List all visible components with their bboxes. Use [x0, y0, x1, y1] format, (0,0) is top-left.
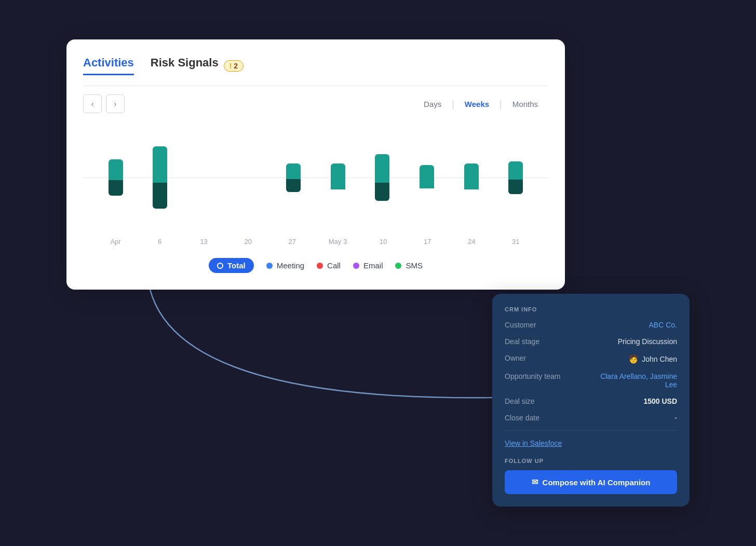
legend-email[interactable]: Email: [353, 261, 383, 270]
crm-value-closedate: -: [674, 414, 677, 422]
legend-total-label: Total: [227, 261, 246, 270]
chart-area: [83, 126, 548, 229]
crm-label-closedate: Close date: [505, 414, 567, 422]
crm-section-label: CRM INFO: [505, 306, 677, 312]
crm-card: CRM INFO Customer ABC Co. Deal stage Pri…: [492, 294, 690, 507]
crm-row-owner: Owner 🧑 John Chen: [505, 354, 677, 364]
owner-avatar: 🧑: [628, 354, 639, 364]
bar-apr: [109, 159, 123, 196]
crm-label-dealsize: Deal size: [505, 397, 567, 405]
period-months[interactable]: Months: [502, 97, 548, 112]
x-label-may3: May 3: [329, 238, 347, 245]
crm-label-dealstage: Deal stage: [505, 337, 567, 346]
legend-sms[interactable]: SMS: [395, 261, 423, 270]
owner-name: John Chen: [642, 355, 677, 363]
bar-24: [464, 163, 479, 192]
prev-button[interactable]: ‹: [83, 94, 102, 113]
crm-row-customer: Customer ABC Co.: [505, 321, 677, 329]
x-label-17: 17: [420, 238, 435, 245]
compose-icon: ✉: [532, 477, 538, 487]
bar-lower: [153, 183, 167, 209]
crm-value-dealsize: 1500 USD: [643, 397, 677, 405]
x-label-13: 13: [196, 238, 212, 245]
bar-lower: [109, 180, 123, 196]
x-label-27: 27: [285, 238, 300, 245]
legend-meeting-label: Meeting: [277, 261, 304, 270]
x-axis: Apr 6 13 20 27 May 3 10 17 24 31: [83, 238, 548, 245]
bar-lower: [508, 180, 523, 194]
legend-meeting[interactable]: Meeting: [266, 261, 304, 270]
view-in-salesforce-link[interactable]: View in Salesfoce: [505, 439, 677, 447]
tab-divider: [83, 86, 548, 86]
bar-6: [153, 146, 167, 209]
legend: Total Meeting Call Email SMS: [83, 258, 548, 273]
legend-call[interactable]: Call: [317, 261, 341, 270]
crm-value-dealstage: Pricing Discussion: [618, 337, 677, 346]
compose-button[interactable]: ✉ Compose with AI Companion: [505, 470, 677, 494]
tabs-container: Activities Risk Signals ! 2: [83, 56, 548, 75]
bar-may3: [331, 163, 345, 192]
nav-buttons: ‹ ›: [83, 94, 125, 113]
bar-lower: [286, 179, 301, 192]
crm-value-customer[interactable]: ABC Co.: [649, 321, 677, 329]
main-scene: Activities Risk Signals ! 2 ‹ › Days | W…: [66, 39, 690, 507]
activities-card: Activities Risk Signals ! 2 ‹ › Days | W…: [66, 39, 565, 290]
crm-row-team: Opportunity team Clara Arellano, Jasmine…: [505, 372, 677, 389]
x-label-apr: Apr: [108, 238, 124, 245]
bars-container: [83, 126, 548, 229]
bar-31: [508, 161, 523, 194]
bar-17: [420, 165, 434, 190]
bar-upper: [375, 154, 389, 183]
legend-email-label: Email: [363, 261, 383, 270]
bar-upper: [286, 163, 301, 179]
crm-label-owner: Owner: [505, 354, 567, 362]
crm-divider: [505, 430, 677, 431]
sms-dot: [395, 263, 401, 269]
x-label-20: 20: [240, 238, 256, 245]
email-dot: [353, 263, 359, 269]
crm-label-customer: Customer: [505, 321, 567, 329]
legend-sms-label: SMS: [406, 261, 423, 270]
period-buttons: Days | Weeks | Months: [413, 97, 548, 112]
x-label-6: 6: [152, 238, 168, 245]
bar-10: [375, 154, 389, 201]
warning-icon: !: [230, 62, 232, 70]
crm-row-closedate: Close date -: [505, 414, 677, 422]
bar-27: [286, 163, 301, 192]
bar-upper: [508, 161, 523, 180]
crm-row-dealsize: Deal size 1500 USD: [505, 397, 677, 405]
bar-lower: [375, 183, 389, 201]
tab-activities[interactable]: Activities: [83, 56, 134, 75]
next-button[interactable]: ›: [106, 94, 125, 113]
period-weeks[interactable]: Weeks: [454, 97, 500, 112]
crm-value-owner: 🧑 John Chen: [628, 354, 677, 364]
risk-signals-tab-group: Risk Signals ! 2: [151, 56, 244, 75]
tab-risk-signals[interactable]: Risk Signals: [151, 56, 219, 75]
bar-upper: [420, 165, 434, 188]
crm-row-dealstage: Deal stage Pricing Discussion: [505, 337, 677, 346]
view-controls: ‹ › Days | Weeks | Months: [83, 94, 548, 113]
bar-upper: [109, 159, 123, 180]
risk-signals-badge: ! 2: [224, 60, 244, 72]
badge-count: 2: [234, 62, 238, 70]
meeting-dot: [266, 263, 273, 269]
period-days[interactable]: Days: [413, 97, 452, 112]
x-label-24: 24: [464, 238, 479, 245]
legend-call-label: Call: [327, 261, 341, 270]
follow-up-label: FOLLOW UP: [505, 458, 677, 464]
compose-label: Compose with AI Companion: [543, 478, 651, 487]
crm-label-team: Opportunity team: [505, 372, 567, 380]
legend-total[interactable]: Total: [209, 258, 254, 273]
total-dot: [217, 263, 223, 269]
call-dot: [317, 263, 323, 269]
crm-value-team[interactable]: Clara Arellano, Jasmine Lee: [594, 372, 677, 389]
bar-upper: [153, 146, 167, 183]
bar-upper: [331, 163, 345, 189]
x-label-10: 10: [375, 238, 391, 245]
bar-upper: [464, 163, 479, 189]
x-label-31: 31: [508, 238, 523, 245]
